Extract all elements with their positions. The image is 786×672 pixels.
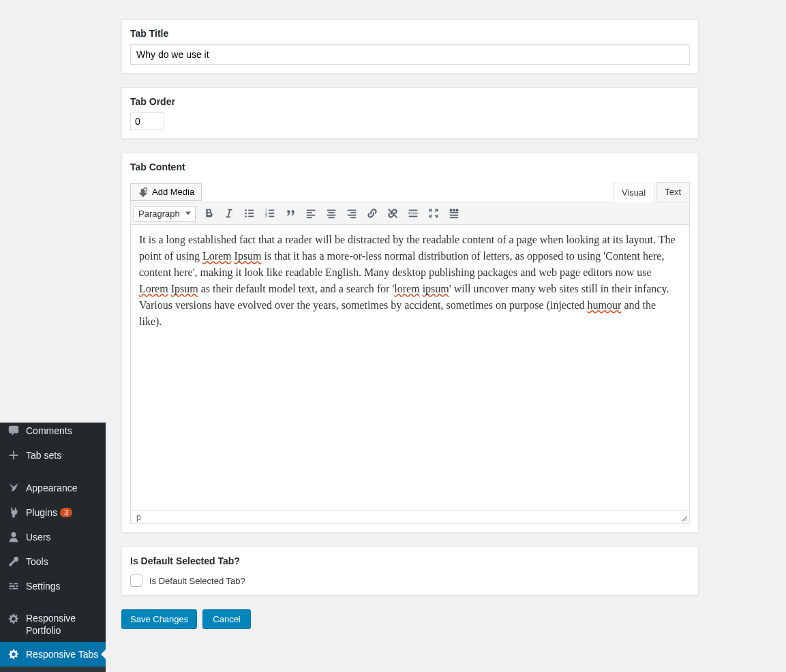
sidebar-item-tools[interactable]: Tools: [0, 549, 106, 574]
editor-path: p: [130, 511, 690, 524]
resize-handle[interactable]: [680, 514, 688, 522]
tab-title-heading: Tab Title: [130, 28, 690, 44]
sidebar-item-label: Tools: [26, 556, 48, 567]
tab-content-heading: Tab Content: [130, 162, 690, 178]
add-media-label: Add Media: [152, 187, 194, 197]
cancel-button[interactable]: Cancel: [202, 609, 250, 629]
sidebar-item-responsive-tabs[interactable]: Responsive Tabs: [0, 642, 106, 667]
svg-rect-25: [408, 210, 417, 211]
tab-title-input[interactable]: [130, 44, 690, 65]
plugin-badge: 3: [60, 508, 72, 517]
action-buttons: Save Changes Cancel: [121, 609, 699, 629]
panel-tab-title: Tab Title: [121, 19, 699, 74]
svg-point-0: [144, 187, 147, 191]
svg-rect-23: [347, 215, 356, 216]
sidebar-sub-tab-sets[interactable]: Tab Sets: [0, 667, 106, 672]
media-icon: [138, 187, 149, 198]
sidebar-item-users[interactable]: Users: [0, 525, 106, 549]
plus-icon: [7, 448, 20, 462]
save-button[interactable]: Save Changes: [121, 609, 197, 629]
users-icon: [7, 530, 20, 544]
svg-rect-14: [306, 212, 312, 213]
svg-point-5: [245, 215, 247, 217]
sidebar-item-label: Plugins: [26, 507, 57, 518]
svg-rect-4: [248, 213, 254, 214]
sidebar-item-settings[interactable]: Settings: [0, 574, 106, 598]
svg-rect-13: [306, 210, 315, 211]
align-center-button[interactable]: [321, 204, 342, 223]
svg-rect-27: [408, 216, 417, 217]
svg-rect-16: [306, 217, 312, 218]
svg-rect-6: [248, 216, 254, 217]
svg-point-1: [245, 209, 247, 211]
svg-rect-32: [449, 215, 458, 216]
svg-rect-31: [449, 212, 458, 213]
svg-rect-15: [306, 215, 315, 216]
sidebar-item-responsive-portfolio[interactable]: Responsive Portfolio: [0, 607, 106, 642]
settings-icon: [7, 579, 20, 593]
plugin-icon: [7, 506, 20, 519]
sidebar-item-label: Tab sets: [26, 450, 61, 461]
comments-icon: [7, 424, 20, 438]
tab-visual[interactable]: Visual: [613, 183, 654, 202]
numbered-list-button[interactable]: 123: [260, 204, 280, 223]
svg-rect-17: [327, 210, 335, 211]
tab-order-heading: Tab Order: [130, 96, 690, 112]
align-left-button[interactable]: [301, 204, 321, 223]
svg-rect-30: [455, 209, 458, 212]
svg-rect-28: [449, 209, 452, 212]
insert-more-button[interactable]: [403, 204, 423, 223]
svg-rect-22: [350, 212, 356, 213]
tab-text[interactable]: Text: [656, 182, 690, 202]
svg-rect-18: [328, 212, 334, 213]
bold-button[interactable]: [198, 204, 219, 223]
add-media-button[interactable]: Add Media: [130, 183, 202, 201]
svg-rect-21: [347, 210, 356, 211]
toolbar-toggle-button[interactable]: [444, 204, 464, 223]
svg-rect-24: [350, 217, 356, 218]
svg-rect-33: [449, 217, 458, 218]
gear-icon: [7, 647, 20, 661]
main-content: Tab Title Tab Order Tab Content Add Medi…: [121, 0, 699, 629]
svg-rect-8: [269, 210, 274, 211]
editor-body[interactable]: It is a long established fact that a rea…: [130, 225, 690, 511]
align-right-button[interactable]: [342, 204, 362, 223]
format-select[interactable]: Paragraph: [134, 206, 196, 222]
sidebar-item-label: Appearance: [26, 483, 78, 493]
sidebar-item-label: Settings: [26, 581, 61, 592]
fullscreen-button[interactable]: [423, 204, 444, 223]
default-tab-checkbox[interactable]: [130, 575, 142, 587]
sidebar-item-tab-sets[interactable]: Tab sets: [0, 443, 106, 468]
appearance-icon: [7, 481, 20, 495]
gear-icon: [7, 612, 20, 626]
blockquote-button[interactable]: [280, 204, 301, 223]
tab-order-input[interactable]: [130, 112, 164, 130]
panel-default-tab: Is Default Selected Tab? Is Default Sele…: [121, 547, 699, 596]
sidebar-item-label: Responsive Tabs: [26, 649, 98, 660]
svg-rect-20: [328, 217, 334, 218]
default-tab-heading: Is Default Selected Tab?: [130, 555, 690, 572]
sidebar-item-plugins[interactable]: Plugins 3: [0, 500, 106, 525]
admin-sidebar: Comments Tab sets Appearance Plugins 3 U…: [0, 423, 106, 672]
unlink-button[interactable]: [382, 204, 403, 223]
panel-tab-content: Tab Content Add Media Visual Text Paragr…: [121, 153, 699, 533]
sidebar-item-appearance[interactable]: Appearance: [0, 476, 106, 500]
svg-rect-12: [269, 216, 274, 217]
svg-rect-10: [269, 213, 274, 214]
svg-text:3: 3: [265, 214, 267, 218]
default-tab-label: Is Default Selected Tab?: [149, 576, 245, 586]
link-button[interactable]: [362, 204, 382, 223]
svg-rect-26: [408, 213, 417, 214]
svg-rect-19: [327, 215, 335, 216]
tools-icon: [7, 555, 20, 568]
svg-point-3: [245, 213, 247, 215]
sidebar-item-label: Comments: [26, 425, 72, 436]
sidebar-item-comments[interactable]: Comments: [0, 423, 106, 443]
svg-rect-29: [453, 209, 455, 212]
editor-toolbar: Paragraph 123: [130, 202, 690, 225]
sidebar-item-label: Responsive Portfolio: [26, 612, 99, 637]
italic-button[interactable]: [219, 204, 239, 223]
bullet-list-button[interactable]: [239, 204, 260, 223]
svg-rect-2: [248, 210, 254, 211]
panel-tab-order: Tab Order: [121, 87, 699, 139]
